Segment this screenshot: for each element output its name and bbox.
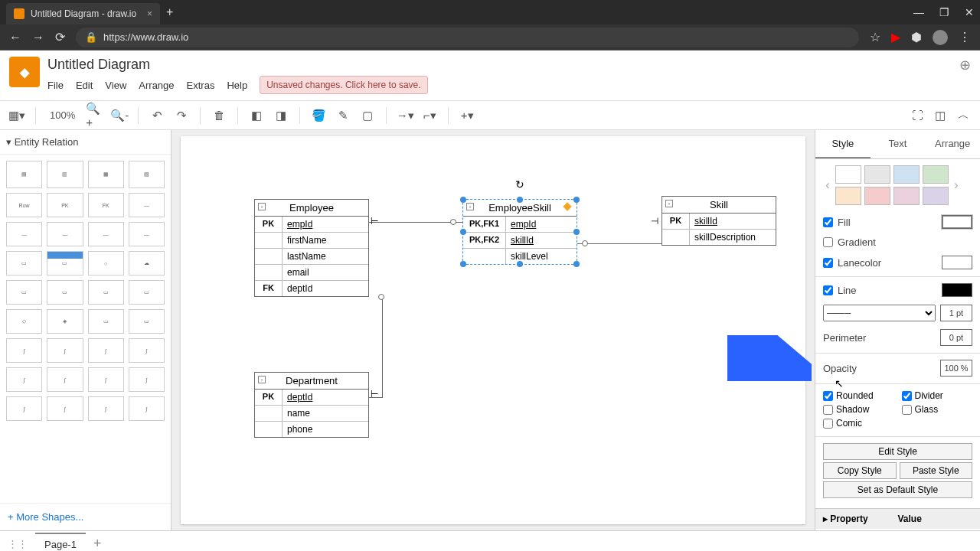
shape-line12[interactable]: ∫: [129, 396, 165, 421]
swatch-4[interactable]: [835, 187, 861, 205]
forward-icon[interactable]: →: [32, 31, 44, 44]
swatch-0[interactable]: [835, 165, 861, 184]
format-panel-icon[interactable]: ◫: [931, 106, 949, 125]
extension-icon[interactable]: ⬢: [911, 30, 922, 44]
shape-10[interactable]: ▭: [47, 280, 83, 305]
swatch-1[interactable]: [864, 165, 890, 184]
page-tab[interactable]: Page-1: [35, 533, 86, 551]
waypoint-icon[interactable]: ⌐▾: [420, 106, 439, 125]
line-color-icon[interactable]: ✎: [334, 106, 352, 125]
page-drag-handle-icon[interactable]: ⋮⋮: [8, 538, 28, 549]
line-checkbox[interactable]: [823, 285, 833, 295]
menu-help[interactable]: Help: [227, 80, 247, 91]
lanecolor-checkbox[interactable]: [823, 258, 833, 268]
shape-6[interactable]: —: [47, 222, 83, 246]
fill-color-button[interactable]: [942, 215, 972, 229]
shape-row[interactable]: Row: [6, 193, 42, 217]
undo-icon[interactable]: ↶: [148, 106, 166, 125]
swatch-3[interactable]: [923, 165, 949, 184]
shape-9[interactable]: ▭: [6, 280, 42, 305]
opacity-input[interactable]: 100 %: [940, 360, 972, 377]
shape-12[interactable]: ▭: [129, 280, 165, 305]
shape-7[interactable]: —: [88, 222, 124, 246]
shape-table3[interactable]: ▦: [88, 161, 124, 188]
rotate-handle-icon[interactable]: ↻: [515, 178, 524, 191]
star-icon[interactable]: ☆: [870, 30, 880, 44]
language-icon[interactable]: ⊕: [959, 57, 971, 73]
kebab-icon[interactable]: ⋮: [959, 30, 971, 44]
swatch-6[interactable]: [893, 187, 920, 205]
menu-file[interactable]: File: [47, 80, 64, 91]
shape-line9[interactable]: ∫: [6, 396, 42, 421]
shape-11[interactable]: ▭: [88, 280, 124, 305]
paste-style-button[interactable]: Paste Style: [900, 462, 973, 479]
shadow-checkbox[interactable]: [823, 405, 833, 415]
menu-arrange[interactable]: Arrange: [139, 80, 174, 91]
unsaved-banner[interactable]: Unsaved changes. Click here to save.: [260, 76, 427, 94]
shape-14[interactable]: ▭: [129, 309, 165, 334]
redo-icon[interactable]: ↷: [172, 106, 191, 125]
line-color-button[interactable]: [942, 283, 972, 297]
add-page-button[interactable]: +: [93, 536, 102, 551]
swatch-5[interactable]: [864, 187, 890, 205]
reload-icon[interactable]: ⟳: [55, 30, 65, 44]
shape-pk[interactable]: PK: [47, 193, 83, 217]
shape-8[interactable]: —: [129, 222, 165, 246]
connector-empskill-skill[interactable]: [577, 243, 662, 244]
lanecolor-button[interactable]: [942, 256, 972, 269]
shape-line1[interactable]: ∫: [6, 338, 42, 363]
shape-attr[interactable]: —: [129, 193, 165, 217]
menu-extras[interactable]: Extras: [187, 80, 215, 91]
zoom-out-icon[interactable]: 🔍-: [110, 106, 129, 125]
shape-line6[interactable]: ∫: [47, 367, 83, 392]
add-icon[interactable]: +▾: [458, 106, 476, 125]
menu-edit[interactable]: Edit: [76, 80, 93, 91]
shape-line5[interactable]: ∫: [6, 367, 42, 392]
zoom-level[interactable]: 100%: [45, 109, 80, 121]
rounded-checkbox[interactable]: [823, 391, 833, 401]
tab-text[interactable]: Text: [871, 130, 926, 158]
connector-emp-empskill[interactable]: [369, 222, 462, 223]
tab-style[interactable]: Style: [815, 130, 871, 158]
entity-employee[interactable]: -Employee PKempId firstName lastName ema…: [254, 199, 369, 297]
edit-style-button[interactable]: Edit Style: [823, 443, 972, 460]
shape-diamond[interactable]: ◇: [6, 309, 42, 334]
comic-checkbox[interactable]: [823, 419, 833, 429]
maximize-icon[interactable]: ❐: [939, 6, 949, 18]
shape-5[interactable]: —: [6, 222, 42, 246]
youtube-icon[interactable]: ▶: [891, 30, 900, 44]
swatch-prev-icon[interactable]: ‹: [823, 178, 832, 192]
palette-header[interactable]: ▾ Entity Relation: [0, 130, 171, 155]
perimeter-input[interactable]: 0 pt: [940, 329, 972, 346]
menu-view[interactable]: View: [105, 80, 126, 91]
shape-titlebox[interactable]: ▭: [47, 251, 83, 276]
gradient-checkbox[interactable]: [823, 237, 833, 247]
back-icon[interactable]: ←: [9, 31, 21, 44]
page-view-button[interactable]: ▦▾: [8, 106, 26, 125]
fill-color-icon[interactable]: 🪣: [309, 106, 328, 125]
minimize-icon[interactable]: —: [913, 6, 924, 18]
property-table-header[interactable]: ▸ Property Value: [815, 508, 980, 529]
swatch-2[interactable]: [893, 165, 920, 184]
url-bar[interactable]: 🔒 https://www.draw.io: [76, 28, 859, 47]
shape-table1[interactable]: ▤: [6, 161, 42, 188]
shape-line3[interactable]: ∫: [88, 338, 124, 363]
collapse-icon[interactable]: ︿: [954, 106, 972, 125]
shape-cloud[interactable]: ☁: [129, 251, 165, 276]
line-style-select[interactable]: ────: [823, 305, 936, 321]
shape-fk[interactable]: FK: [88, 193, 124, 217]
canvas[interactable]: -Employee PKempId firstName lastName ema…: [181, 136, 805, 524]
avatar[interactable]: [933, 30, 948, 45]
tab-close-icon[interactable]: ×: [147, 8, 152, 19]
shape-13[interactable]: ▭: [88, 309, 124, 334]
shape-line2[interactable]: ∫: [47, 338, 83, 363]
entity-department[interactable]: -Department PKdeptId name phone: [254, 372, 369, 438]
divider-checkbox[interactable]: [902, 391, 912, 401]
more-shapes-button[interactable]: + More Shapes...: [0, 503, 171, 530]
shape-box[interactable]: ▭: [6, 251, 42, 276]
close-icon[interactable]: ✕: [965, 6, 974, 18]
document-title[interactable]: Untitled Diagram: [47, 57, 952, 73]
to-front-icon[interactable]: ◧: [247, 106, 266, 125]
glass-checkbox[interactable]: [902, 405, 912, 415]
shadow-icon[interactable]: ▢: [358, 106, 377, 125]
